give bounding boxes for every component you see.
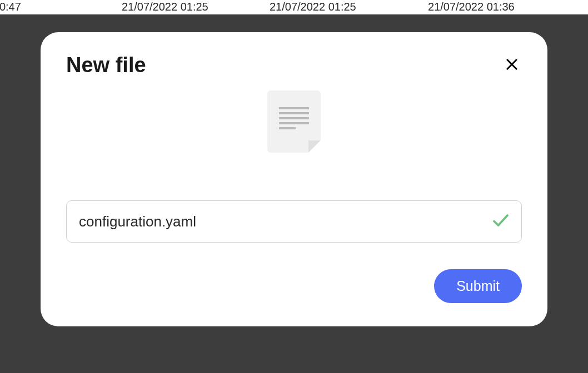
submit-button[interactable]: Submit <box>434 269 522 303</box>
bg-date: 21/07/2022 01:36 <box>428 1 515 13</box>
modal-title: New file <box>66 53 146 77</box>
background-dates-row: 02 10:47 21/07/2022 01:25 21/07/2022 01:… <box>0 0 588 16</box>
close-button[interactable] <box>502 54 522 76</box>
bg-date: 02 10:47 <box>0 1 21 13</box>
modal-overlay[interactable]: New file <box>0 14 588 373</box>
file-icon-wrapper <box>66 90 522 153</box>
filename-input-wrapper <box>66 200 522 243</box>
document-icon <box>267 90 321 153</box>
new-file-modal: New file <box>41 32 547 326</box>
close-icon <box>504 57 520 74</box>
modal-footer: Submit <box>66 269 522 303</box>
modal-header: New file <box>66 53 522 77</box>
bg-date: 21/07/2022 01:25 <box>270 1 356 13</box>
bg-date: 21/07/2022 01:25 <box>122 1 208 13</box>
filename-input[interactable] <box>66 200 522 243</box>
